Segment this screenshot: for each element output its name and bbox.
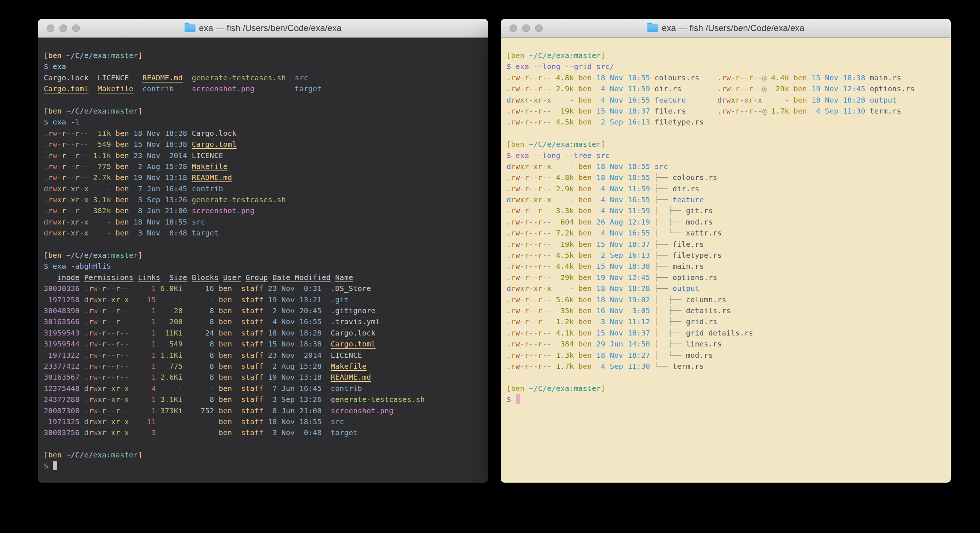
text-segment: --@ xyxy=(753,73,767,82)
zoom-button[interactable] xyxy=(535,24,543,32)
text-segment: 2 Sep 16:13 xyxy=(592,118,650,126)
text-segment: 1971322 xyxy=(44,351,80,360)
terminal-line: 1971322 .rw-r--r-- 1 1.1Ki 8 ben staff 2… xyxy=(44,350,482,361)
window-title: exa — fish /Users/ben/Code/exa/exa xyxy=(662,23,805,33)
text-segment: main.rs xyxy=(673,262,704,271)
text-segment: details.rs xyxy=(686,306,731,315)
text-segment: - xyxy=(753,96,757,104)
terminal-line: .rw-r--r-- 604 ben 26 Aug 12:19 │ ├── mo… xyxy=(507,217,945,227)
terminal-body[interactable]: [ben ~/C/e/exa:master]$ exa --long --gri… xyxy=(501,38,951,483)
text-segment: w xyxy=(93,417,97,426)
text-segment: 1 xyxy=(129,340,156,348)
text-segment: - xyxy=(520,262,525,271)
text-segment: Blocks xyxy=(192,273,219,282)
text-segment: - xyxy=(520,273,525,282)
minimize-button[interactable] xyxy=(522,24,530,32)
text-segment: x xyxy=(547,162,552,171)
text-segment: │ ├── xyxy=(650,329,686,337)
text-segment: 7.2k xyxy=(552,228,574,237)
text-segment: -- xyxy=(740,107,749,115)
text-segment: w xyxy=(53,206,57,215)
text-segment: r xyxy=(538,173,542,182)
text-segment: -- xyxy=(529,251,538,260)
titlebar[interactable]: exa — fish /Users/ben/Code/exa/exa xyxy=(501,19,951,38)
text-segment: ~/C/e/exa xyxy=(66,450,107,459)
close-button[interactable] xyxy=(47,24,54,32)
text-segment: 18 Nov 18:55 xyxy=(592,162,650,171)
text-segment: 8 xyxy=(183,362,214,370)
text-segment: w xyxy=(516,351,520,360)
text-segment: . xyxy=(84,284,89,293)
text-segment: r xyxy=(89,284,93,293)
text-segment xyxy=(80,428,84,437)
text-segment xyxy=(80,317,84,326)
text-segment: Makefile xyxy=(331,362,366,370)
zoom-button[interactable] xyxy=(72,24,80,32)
text-segment: -- xyxy=(80,129,89,138)
text-segment: r xyxy=(102,340,107,348)
text-segment: r xyxy=(116,373,120,381)
text-segment: r xyxy=(525,329,529,337)
text-segment: 4 Nov 11:59 xyxy=(592,85,650,93)
text-segment: r xyxy=(525,351,529,360)
text-segment: x xyxy=(98,428,102,437)
text-segment: r xyxy=(525,317,529,326)
text-segment: w xyxy=(93,317,97,326)
text-segment: 384 xyxy=(552,340,574,348)
text-segment xyxy=(255,85,295,93)
text-segment: contrib xyxy=(331,384,362,393)
text-segment: x xyxy=(71,184,75,193)
text-segment: -- xyxy=(529,306,538,315)
close-button[interactable] xyxy=(509,24,517,32)
titlebar[interactable]: exa — fish /Users/ben/Code/exa/exa xyxy=(38,19,488,38)
text-segment: r xyxy=(62,140,66,148)
text-segment: x xyxy=(534,162,538,171)
text-segment: - xyxy=(762,96,789,104)
text-segment: w xyxy=(93,362,97,370)
text-segment: r xyxy=(749,107,753,115)
text-segment: -- xyxy=(107,340,116,348)
text-segment: - xyxy=(520,362,525,370)
text-segment: 4 Nov 16:55 xyxy=(592,228,650,237)
text-segment: .travis.yml xyxy=(322,317,380,326)
text-segment: r xyxy=(538,73,542,82)
text-segment: r xyxy=(102,406,107,415)
text-segment: ben xyxy=(574,251,592,260)
text-segment: 1.7k xyxy=(552,362,574,370)
text-segment: - xyxy=(57,173,62,182)
text-segment: - xyxy=(520,351,525,360)
text-segment: -- xyxy=(529,362,538,370)
terminal-line: .rw-r--r-- 549 ben 15 Nov 18:38 Cargo.to… xyxy=(44,139,482,150)
text-segment: r xyxy=(525,206,529,215)
text-segment: 29k xyxy=(552,273,574,282)
text-segment: 24377288 xyxy=(44,395,80,404)
terminal-line: 31959543 .rw-r--r-- 1 11Ki 24 ben staff … xyxy=(44,327,482,338)
text-segment: -- xyxy=(542,206,552,215)
text-segment: x xyxy=(534,284,538,293)
text-segment: r xyxy=(102,351,107,360)
text-segment: r xyxy=(511,251,515,260)
text-segment: w xyxy=(516,173,520,182)
text-segment: -- xyxy=(542,173,552,182)
minimize-button[interactable] xyxy=(59,24,67,32)
text-segment xyxy=(322,406,331,415)
text-segment: $ xyxy=(44,262,53,271)
text-segment: x xyxy=(111,428,115,437)
text-segment: -- xyxy=(107,406,116,415)
text-segment: w xyxy=(93,373,97,381)
text-segment: - xyxy=(98,317,102,326)
terminal-body[interactable]: [ben ~/C/e/exa:master]$ exaCargo.lock LI… xyxy=(38,38,488,483)
text-segment: r xyxy=(538,162,542,171)
text-segment: 19 Nov 13:18 xyxy=(263,373,322,381)
text-segment: 5.6k xyxy=(552,295,574,304)
text-segment xyxy=(161,273,170,282)
text-segment: options.rs xyxy=(865,85,914,93)
text-segment: -- xyxy=(66,129,75,138)
text-segment: - xyxy=(520,206,525,215)
text-segment: r xyxy=(538,251,542,260)
terminal-line: .rw-r--r-- 384 ben 29 Jun 14:50 │ ├── li… xyxy=(507,338,945,349)
terminal-line: 12375448 drwxr-xr-x 4 - - ben staff 7 Ju… xyxy=(44,383,482,394)
text-segment: 3 xyxy=(129,428,156,437)
text-segment xyxy=(241,273,245,282)
text-segment: x xyxy=(111,384,115,393)
